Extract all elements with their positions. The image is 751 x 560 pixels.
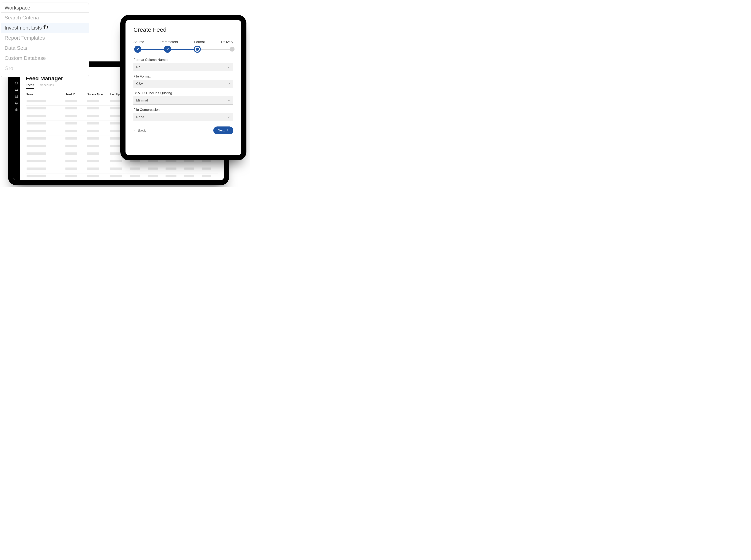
field-label: File Format xyxy=(134,75,233,79)
placeholder-cell xyxy=(65,137,77,140)
folder-icon[interactable] xyxy=(15,88,18,92)
placeholder-cell xyxy=(110,100,122,102)
placeholder-cell xyxy=(87,122,99,124)
check-icon xyxy=(166,47,169,51)
placeholder-cell xyxy=(110,153,122,155)
table-row[interactable] xyxy=(26,166,218,173)
workspace-item-search-criteria[interactable]: Search Criteria xyxy=(1,13,88,23)
col-name[interactable]: Name xyxy=(26,93,65,98)
stepper xyxy=(134,45,233,53)
field-file-compression: File Compression None xyxy=(134,108,233,121)
placeholder-cell xyxy=(26,145,46,147)
workspace-item-custom-database[interactable]: Custom Database xyxy=(1,53,88,63)
grid-icon[interactable] xyxy=(15,95,18,99)
placeholder-cell xyxy=(26,107,46,109)
placeholder-cell xyxy=(110,122,122,124)
placeholder-cell xyxy=(202,175,211,177)
placeholder-cell xyxy=(65,130,77,132)
chevron-right-icon xyxy=(226,128,229,133)
document-icon[interactable] xyxy=(15,108,18,112)
placeholder-cell xyxy=(148,175,158,177)
next-label: Next xyxy=(218,128,225,133)
workspace-item-investment-lists[interactable]: Investment Lists xyxy=(1,23,88,33)
placeholder-cell xyxy=(65,175,77,177)
select-csv-quoting[interactable]: Minimal xyxy=(134,96,233,105)
field-label: File Compression xyxy=(134,108,233,112)
field-label: CSV TXT Include Quoting xyxy=(134,91,233,95)
placeholder-cell xyxy=(26,115,46,117)
home-icon[interactable] xyxy=(15,81,18,85)
tab-schedules[interactable]: Schedules xyxy=(40,82,54,88)
placeholder-cell xyxy=(87,145,99,147)
table-row[interactable] xyxy=(26,173,218,180)
table-row[interactable] xyxy=(26,158,218,166)
placeholder-cell xyxy=(26,122,46,124)
chevron-down-icon xyxy=(227,82,231,86)
col-feed-id[interactable]: Feed ID xyxy=(65,93,87,98)
select-format-column-names[interactable]: No xyxy=(134,63,233,72)
check-icon xyxy=(136,47,140,51)
step-label-parameters: Parameters xyxy=(160,40,178,44)
placeholder-cell xyxy=(65,100,77,102)
placeholder-cell xyxy=(165,160,176,162)
placeholder-cell xyxy=(87,107,99,109)
select-file-compression[interactable]: None xyxy=(134,113,233,121)
back-button[interactable]: Back xyxy=(134,128,146,133)
placeholder-cell xyxy=(26,137,46,140)
placeholder-cell xyxy=(148,167,158,170)
placeholder-cell xyxy=(110,130,122,132)
tab-feeds[interactable]: Feeds xyxy=(26,82,34,89)
placeholder-cell xyxy=(110,160,122,162)
placeholder-cell xyxy=(26,153,46,155)
workspace-item-report-templates[interactable]: Report Templates xyxy=(1,33,88,43)
placeholder-cell xyxy=(65,115,77,117)
workspace-menu: Workspace Search Criteria Investment Lis… xyxy=(1,3,89,77)
placeholder-cell xyxy=(87,153,99,155)
placeholder-cell xyxy=(87,160,99,162)
placeholder-cell xyxy=(148,160,158,162)
placeholder-cell xyxy=(26,175,46,177)
back-label: Back xyxy=(138,128,146,133)
placeholder-cell xyxy=(65,153,77,155)
workspace-item-data-sets[interactable]: Data Sets xyxy=(1,43,88,53)
panel-footer: Back Next xyxy=(134,126,233,134)
panel-title: Create Feed xyxy=(134,26,233,33)
cursor-hand-icon xyxy=(43,24,48,31)
placeholder-cell xyxy=(110,167,122,170)
placeholder-cell xyxy=(65,160,77,162)
workspace-header: Workspace xyxy=(1,3,88,13)
placeholder-cell xyxy=(26,130,46,132)
step-node-parameters[interactable] xyxy=(164,45,171,53)
placeholder-cell xyxy=(87,175,99,177)
workspace-item-label: Investment Lists xyxy=(4,25,42,31)
step-node-delivery[interactable] xyxy=(230,47,235,52)
placeholder-cell xyxy=(130,160,140,162)
bell-icon[interactable] xyxy=(15,101,18,105)
workspace-item-truncated[interactable]: Gro xyxy=(1,63,88,73)
placeholder-cell xyxy=(110,115,122,117)
placeholder-cell xyxy=(110,107,122,109)
placeholder-cell xyxy=(87,115,99,117)
field-file-format: File Format CSV xyxy=(134,75,233,88)
step-node-format[interactable] xyxy=(194,45,201,53)
step-connector xyxy=(167,49,197,50)
col-source-type[interactable]: Source Type xyxy=(87,93,110,98)
placeholder-cell xyxy=(165,167,176,170)
step-label-source: Source xyxy=(134,40,144,44)
field-format-column-names: Format Column Names No xyxy=(134,58,233,72)
placeholder-cell xyxy=(130,175,140,177)
placeholder-cell xyxy=(184,160,194,162)
create-feed-panel: Create Feed Source Parameters Format Del… xyxy=(125,20,241,155)
next-button[interactable]: Next xyxy=(213,126,233,134)
placeholder-cell xyxy=(26,100,46,102)
placeholder-cell xyxy=(87,100,99,102)
select-file-format[interactable]: CSV xyxy=(134,80,233,88)
svg-rect-1 xyxy=(15,95,18,98)
select-value: CSV xyxy=(136,82,143,86)
placeholder-cell xyxy=(202,160,211,162)
placeholder-cell xyxy=(110,145,122,147)
placeholder-cell xyxy=(26,160,46,162)
placeholder-cell xyxy=(65,122,77,124)
step-node-source[interactable] xyxy=(134,45,141,53)
chevron-left-icon xyxy=(134,128,136,133)
